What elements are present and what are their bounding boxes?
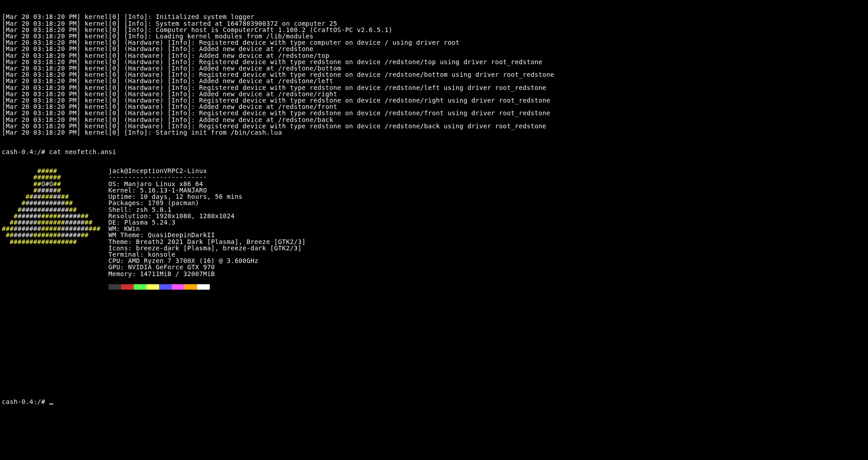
log-line: [Mar 20 03:18:20 PM] kernel[0] (Hardware… [2, 103, 866, 110]
neofetch-info: Icons: breeze-dark [Plasma], breeze-dark… [2, 245, 866, 251]
log-line: [Mar 20 03:18:20 PM] kernel[0] [Info]: S… [2, 20, 866, 27]
blank-line [2, 360, 866, 366]
neofetch-info: GPU: NVIDIA GeForce GTX 970 [2, 264, 866, 270]
terminal[interactable]: [Mar 20 03:18:20 PM] kernel[0] [Info]: I… [0, 0, 868, 413]
color-swatch [121, 284, 134, 290]
log-line: [Mar 20 03:18:20 PM] kernel[0] (Hardware… [2, 91, 866, 97]
color-swatch [108, 284, 121, 290]
neofetch-info: ############# Packages: 1709 (pacman) [2, 200, 866, 206]
neofetch-info: ################# Theme: Breath2 2021 Da… [2, 239, 866, 245]
color-swatch [159, 284, 172, 290]
log-line: [Mar 20 03:18:20 PM] kernel[0] [Info]: S… [2, 129, 866, 136]
prompt-line-2[interactable]: cash-0.4:/# [2, 399, 866, 405]
cursor-icon [49, 404, 53, 404]
neofetch-info: ####### Kernel: 5.16.13-1-MANJARO [2, 187, 866, 193]
blank-line [2, 277, 866, 283]
log-line: [Mar 20 03:18:20 PM] kernel[0] (Hardware… [2, 39, 866, 46]
neofetch-info: Memory: 14711MiB / 32007MiB [2, 271, 866, 277]
neofetch-header: ####### ------------------------- [2, 174, 866, 180]
color-swatch [197, 284, 210, 290]
log-line: [Mar 20 03:18:20 PM] kernel[0] (Hardware… [2, 65, 866, 71]
blank-line [2, 341, 866, 347]
log-line: [Mar 20 03:18:20 PM] kernel[0] (Hardware… [2, 123, 866, 129]
neofetch-info: ##O#O## OS: Manjaro Linux x86_64 [2, 181, 866, 187]
color-swatch [146, 284, 159, 290]
log-line: [Mar 20 03:18:20 PM] kernel[0] [Info]: L… [2, 33, 866, 39]
blank-line [2, 302, 866, 309]
neofetch-info: ################### Resolution: 1920x108… [2, 213, 866, 219]
color-swatch [172, 284, 184, 290]
log-line: [Mar 20 03:18:20 PM] kernel[0] [Info]: I… [2, 14, 866, 20]
neofetch-info: ######################### WM: KWin [2, 225, 866, 232]
neofetch-info: CPU: AMD Ryzen 7 3700X (16) @ 3.600GHz [2, 258, 866, 264]
log-line: [Mar 20 03:18:20 PM] kernel[0] (Hardware… [2, 84, 866, 91]
log-line: [Mar 20 03:18:20 PM] kernel[0] (Hardware… [2, 117, 866, 123]
neofetch-info: ############### Shell: zsh 5.8.1 [2, 207, 866, 213]
log-line: [Mar 20 03:18:20 PM] kernel[0] (Hardware… [2, 110, 866, 116]
prompt-line-1: cash-0.4:/# cat neofetch.ansi [2, 149, 866, 155]
color-swatch [184, 284, 197, 290]
neofetch-info: ##################### WM Theme: QuasiDee… [2, 232, 866, 238]
color-swatch [134, 284, 146, 290]
neofetch-header: ##### jack@InceptionVRPC2-Linux [2, 168, 866, 174]
neofetch-info: ##################### DE: Plasma 5.24.3 [2, 219, 866, 225]
log-line: [Mar 20 03:18:20 PM] kernel[0] (Hardware… [2, 71, 866, 78]
log-line: [Mar 20 03:18:20 PM] kernel[0] (Hardware… [2, 46, 866, 52]
log-line: [Mar 20 03:18:20 PM] kernel[0] (Hardware… [2, 59, 866, 65]
blank-line [2, 380, 866, 386]
log-line: [Mar 20 03:18:20 PM] kernel[0] (Hardware… [2, 78, 866, 84]
kernel-log: [Mar 20 03:18:20 PM] kernel[0] [Info]: I… [2, 14, 866, 136]
log-line: [Mar 20 03:18:20 PM] kernel[0] (Hardware… [2, 97, 866, 103]
neofetch-block: ##### jack@InceptionVRPC2-Linux ####### … [2, 168, 866, 290]
color-swatches [2, 283, 866, 290]
neofetch-info: Terminal: konsole [2, 251, 866, 258]
log-line: [Mar 20 03:18:20 PM] kernel[0] [Info]: C… [2, 27, 866, 33]
prompt-text: cash-0.4:/# [2, 398, 49, 405]
log-line: [Mar 20 03:18:20 PM] kernel[0] (Hardware… [2, 52, 866, 59]
neofetch-info: ########### Uptime: 10 days, 12 hours, 5… [2, 193, 866, 200]
blank-line [2, 322, 866, 328]
